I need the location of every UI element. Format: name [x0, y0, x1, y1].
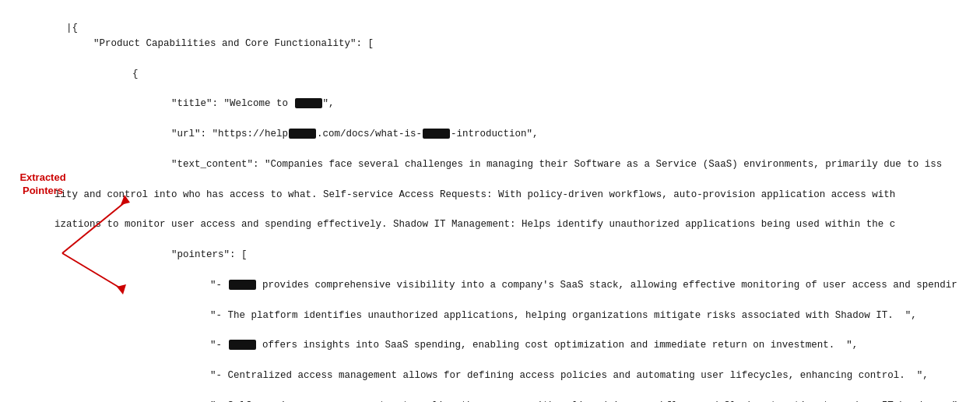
pointer-1: "- provides comprehensive visibility int…	[54, 280, 957, 291]
redacted-title	[295, 98, 322, 108]
redacted-ptr3	[229, 340, 256, 350]
line-text-content: "text_content": "Companies face several …	[54, 159, 942, 170]
line-title: "title": "Welcome to ",	[54, 98, 335, 109]
redacted-domain2	[423, 129, 450, 139]
pointer-3: "- offers insights into SaaS spending, e…	[54, 340, 858, 351]
line-pointers-open: "pointers": [	[54, 249, 248, 260]
redacted-domain1	[289, 129, 316, 139]
line-bracket: |{	[54, 23, 78, 34]
extracted-pointers-label: Extracted Pointers	[0, 171, 86, 198]
line-cont2: izations to monitor user access and spen…	[54, 219, 895, 230]
line-1: "Product Capabilities and Core Functiona…	[54, 38, 374, 49]
code-content: |{ "Product Capabilities and Core Functi…	[47, 6, 980, 402]
line-url: "url": "https://help .com/docs/what-is- …	[54, 129, 539, 139]
main-container: Extracted Pointers |{ "Product Capabilit…	[0, 0, 980, 402]
line-2: {	[54, 69, 139, 79]
pointer-4: "- Centralized access management allows …	[54, 370, 929, 381]
pointer-2: "- The platform identifies unauthorized …	[54, 310, 917, 321]
line-cont1: lity and control into who has access to …	[54, 189, 895, 200]
redacted-ptr1	[229, 280, 256, 290]
